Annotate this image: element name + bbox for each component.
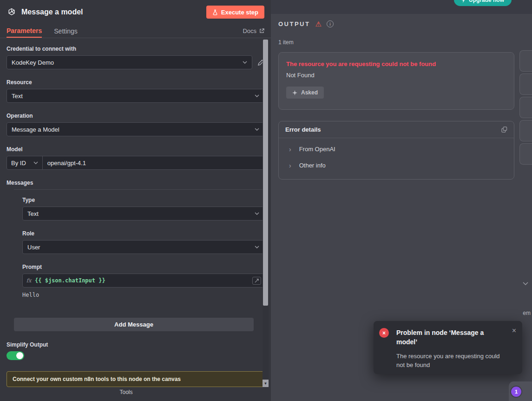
model-mode-value: By ID — [11, 160, 26, 167]
model-label: Model — [7, 146, 264, 153]
role-label: Role — [22, 230, 264, 237]
execute-step-button[interactable]: Execute step — [206, 6, 264, 19]
collapsed-panel-sliver[interactable] — [519, 74, 532, 95]
detail-row-label: Other info — [299, 162, 326, 169]
top-bar: Upgrade now — [271, 0, 532, 14]
chevron-right-icon: › — [289, 146, 291, 153]
operation-label: Operation — [7, 113, 264, 119]
output-area: em Upgrade now OUTPUT ⚠ i 1 item The res… — [271, 0, 532, 401]
node-tabs: Parameters Settings Docs — [0, 24, 271, 38]
toggle-knob — [16, 352, 23, 359]
node-settings-panel: Message a model Execute step Parameters … — [0, 0, 271, 401]
ask-assistant-button[interactable]: Asked — [286, 87, 324, 99]
error-details-card: Error details › From OpenAI › Other info — [278, 121, 514, 180]
tab-settings[interactable]: Settings — [54, 24, 78, 38]
type-value: Text — [27, 210, 39, 217]
output-item-count: 1 item — [278, 39, 294, 46]
prompt-expression-value: {{ $json.chatInput }} — [35, 277, 105, 284]
collapsed-panel-sliver[interactable] — [519, 120, 532, 141]
messages-label: Messages — [7, 180, 264, 186]
tools-connection-label: Tools — [0, 389, 252, 395]
edge-chevron-down-icon[interactable] — [523, 282, 528, 285]
messages-group-divider — [14, 189, 264, 190]
upgrade-now-label: Upgrade now — [469, 0, 504, 3]
error-toast: × Problem in node ‘Message a model’ × Th… — [374, 321, 522, 374]
fx-icon: fx — [23, 277, 35, 284]
chevron-down-icon — [255, 246, 259, 248]
error-title: The resource you are requesting could no… — [286, 60, 506, 67]
credential-label: Credential to connect with — [7, 46, 264, 52]
type-label: Type — [22, 197, 264, 203]
parameters-form: Credential to connect with KodeKey Demo … — [0, 38, 271, 396]
credential-value: KodeKey Demo — [12, 59, 54, 66]
operation-select[interactable]: Message a Model — [7, 122, 264, 136]
collapsed-panel-sliver[interactable] — [519, 50, 532, 72]
credential-select[interactable]: KodeKey Demo — [7, 55, 252, 69]
sparkle-icon — [292, 90, 297, 95]
custom-tools-notice: Connect your own custom n8n tools to thi… — [7, 371, 264, 387]
messages-group: Type Text Role User Prompt fx — [7, 197, 264, 287]
model-id-input[interactable]: openai/gpt-4.1 — [43, 156, 264, 169]
chevron-down-icon — [243, 61, 247, 64]
output-header: OUTPUT ⚠ i — [278, 20, 334, 27]
docs-link[interactable]: Docs — [243, 24, 264, 38]
tab-parameters[interactable]: Parameters — [7, 24, 42, 38]
prompt-expression-input[interactable]: fx {{ $json.chatInput }} — [22, 274, 264, 287]
prompt-preview-value: Hello — [22, 292, 264, 298]
chevron-down-icon — [255, 212, 259, 215]
external-link-icon — [259, 28, 264, 33]
error-details-rows: › From OpenAI › Other info — [279, 138, 514, 179]
operation-value: Message a Model — [12, 126, 59, 133]
scrollbar-down-arrow[interactable]: ▼ — [263, 380, 269, 387]
warning-triangle-icon: ⚠ — [315, 20, 321, 27]
builtin-tools-label: Built-in Tools — [7, 395, 264, 396]
add-message-button[interactable]: Add Message — [14, 318, 254, 331]
detail-row-other-info[interactable]: › Other info — [282, 157, 510, 174]
error-details-title: Error details — [285, 126, 321, 133]
role-value: User — [27, 244, 40, 251]
chevron-down-icon — [33, 161, 38, 164]
copy-icon[interactable] — [501, 127, 507, 133]
credential-row: KodeKey Demo — [7, 55, 264, 69]
role-select[interactable]: User — [22, 240, 264, 254]
simplify-output-label: Simplify Output — [7, 341, 264, 348]
detail-row-from-openai[interactable]: › From OpenAI — [282, 141, 510, 157]
simplify-output-toggle[interactable] — [7, 351, 24, 360]
type-select[interactable]: Text — [22, 207, 264, 221]
bolt-icon — [461, 0, 466, 3]
info-icon[interactable]: i — [327, 20, 334, 27]
error-circle-icon: × — [379, 328, 389, 338]
flask-icon — [212, 9, 218, 15]
docs-label: Docs — [243, 27, 256, 34]
toast-title: Problem in node ‘Message a model’ — [396, 328, 497, 347]
resource-value: Text — [12, 93, 23, 100]
collapsed-panel-sliver[interactable] — [519, 143, 532, 165]
ask-assistant-label: Asked — [301, 89, 318, 96]
node-title: Message a model — [21, 8, 83, 16]
resource-label: Resource — [7, 79, 264, 86]
output-title: OUTPUT — [278, 20, 310, 27]
model-field: By ID openai/gpt-4.1 — [7, 156, 264, 170]
detail-row-label: From OpenAI — [299, 146, 335, 153]
scrollbar-thumb[interactable] — [263, 40, 268, 306]
prompt-label: Prompt — [22, 264, 264, 270]
chevron-right-icon: › — [289, 162, 291, 169]
error-details-header: Error details — [279, 121, 514, 138]
model-mode-select[interactable]: By ID — [7, 156, 43, 169]
collapsed-panel-sliver[interactable] — [519, 97, 532, 118]
edge-partial-text: em — [523, 310, 531, 316]
n8n-node-detail-view: Message a model Execute step Parameters … — [0, 0, 532, 401]
notification-badge[interactable]: 1 — [511, 387, 521, 397]
open-expression-editor-button[interactable] — [252, 277, 261, 285]
chevron-down-icon — [255, 94, 259, 97]
chevron-down-icon — [255, 128, 259, 131]
error-message-card: The resource you are requesting could no… — [278, 52, 514, 110]
error-subtitle: Not Found — [286, 72, 506, 79]
toast-close-icon[interactable]: × — [512, 327, 516, 335]
left-panel-scrollbar[interactable]: ▼ — [263, 40, 269, 387]
resource-select[interactable]: Text — [7, 89, 264, 103]
node-header: Message a model Execute step — [0, 0, 271, 24]
toast-body: The resource you are requesting could no… — [396, 352, 506, 370]
upgrade-now-button[interactable]: Upgrade now — [454, 0, 512, 6]
openai-logo-icon — [7, 7, 17, 17]
